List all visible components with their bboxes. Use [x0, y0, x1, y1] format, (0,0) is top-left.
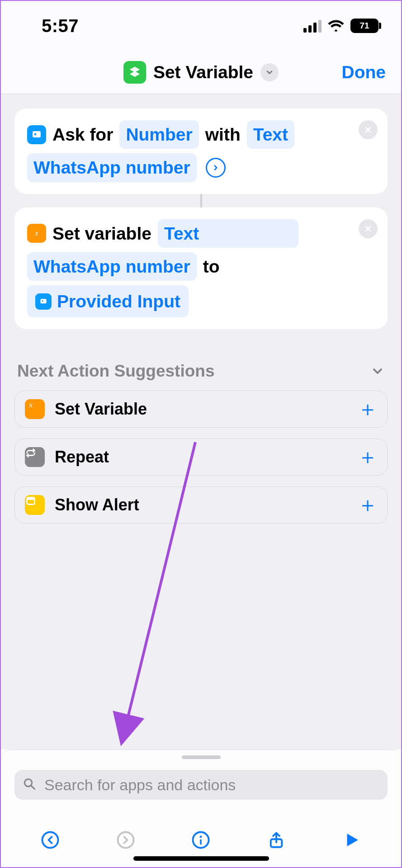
page-title: Set Variable	[153, 62, 253, 82]
disclose-icon[interactable]	[206, 158, 226, 178]
wifi-icon	[328, 19, 344, 32]
delete-action-button[interactable]	[359, 120, 378, 139]
undo-button[interactable]	[36, 826, 64, 856]
add-suggestion-button[interactable]: ＋	[357, 443, 378, 471]
sheet-grabber[interactable]	[182, 755, 221, 759]
cellular-icon	[303, 19, 322, 33]
svg-rect-1	[34, 133, 36, 135]
add-suggestion-button[interactable]: ＋	[357, 395, 378, 423]
status-bar: 5:57 71	[1, 1, 401, 51]
search-sheet	[1, 750, 401, 815]
delete-action-button[interactable]	[359, 219, 378, 238]
svg-line-8	[127, 442, 195, 722]
search-input[interactable]	[14, 770, 388, 800]
suggestions-title: Next Action Suggestions	[17, 362, 215, 381]
action-label: Ask for	[52, 121, 113, 148]
svg-rect-7	[27, 498, 34, 500]
suggestion-label: Repeat	[55, 448, 109, 467]
nav-title-group[interactable]: Set Variable	[123, 61, 279, 84]
chevron-down-icon[interactable]	[370, 364, 385, 378]
suggestion-set-variable[interactable]: x Set Variable ＋	[14, 391, 388, 428]
svg-line-10	[31, 786, 35, 789]
ask-prompt-token[interactable]: WhatsApp number	[27, 153, 197, 182]
action-mid: with	[205, 121, 241, 148]
suggestion-show-alert[interactable]: Show Alert ＋	[14, 486, 388, 524]
svg-rect-3	[40, 299, 46, 303]
battery-indicator: 71	[350, 19, 378, 33]
variable-name-token[interactable]: Text	[158, 219, 298, 248]
info-button[interactable]	[187, 826, 215, 856]
shortcuts-app-icon	[123, 61, 146, 84]
nav-bar: Set Variable Done	[1, 51, 401, 94]
svg-text:x: x	[28, 401, 33, 410]
status-time: 5:57	[42, 16, 79, 36]
action-label: Set variable	[52, 220, 151, 247]
variable-icon: x	[25, 399, 45, 419]
redo-button[interactable]	[112, 826, 140, 856]
repeat-icon	[25, 447, 45, 467]
suggestions-header[interactable]: Next Action Suggestions	[17, 362, 385, 381]
alert-icon	[25, 495, 45, 515]
ask-input-icon	[27, 125, 46, 144]
suggestion-repeat[interactable]: Repeat ＋	[14, 439, 388, 476]
svg-rect-15	[200, 839, 202, 844]
run-button[interactable]	[338, 826, 366, 856]
svg-rect-0	[33, 131, 41, 137]
search-icon	[23, 777, 36, 793]
svg-point-11	[43, 832, 58, 848]
home-indicator	[133, 856, 269, 861]
svg-text:x: x	[34, 229, 38, 237]
ask-with-token[interactable]: Text	[247, 120, 294, 149]
action-connector	[200, 194, 202, 208]
shortcut-editor: Ask for Number with Text WhatsApp number…	[1, 94, 401, 750]
chevron-down-icon[interactable]	[260, 63, 279, 81]
done-button[interactable]: Done	[342, 62, 386, 82]
variable-icon: x	[27, 224, 46, 243]
svg-rect-4	[42, 300, 43, 302]
svg-point-12	[118, 832, 133, 848]
action-ask-for-input[interactable]: Ask for Number with Text WhatsApp number	[14, 108, 388, 194]
ask-type-token[interactable]: Number	[119, 120, 199, 149]
status-indicators: 71	[303, 19, 378, 33]
add-suggestion-button[interactable]: ＋	[357, 491, 378, 519]
svg-point-14	[200, 836, 202, 838]
share-button[interactable]	[262, 826, 290, 856]
variable-value-token[interactable]: Provided Input	[27, 285, 189, 317]
action-set-variable[interactable]: x Set variable Text WhatsApp number to P…	[14, 208, 388, 330]
variable-name-value[interactable]: WhatsApp number	[27, 252, 197, 281]
provided-input-icon	[35, 293, 52, 310]
suggestion-label: Set Variable	[55, 400, 147, 419]
suggestion-label: Show Alert	[55, 495, 139, 514]
action-mid: to	[203, 253, 220, 280]
